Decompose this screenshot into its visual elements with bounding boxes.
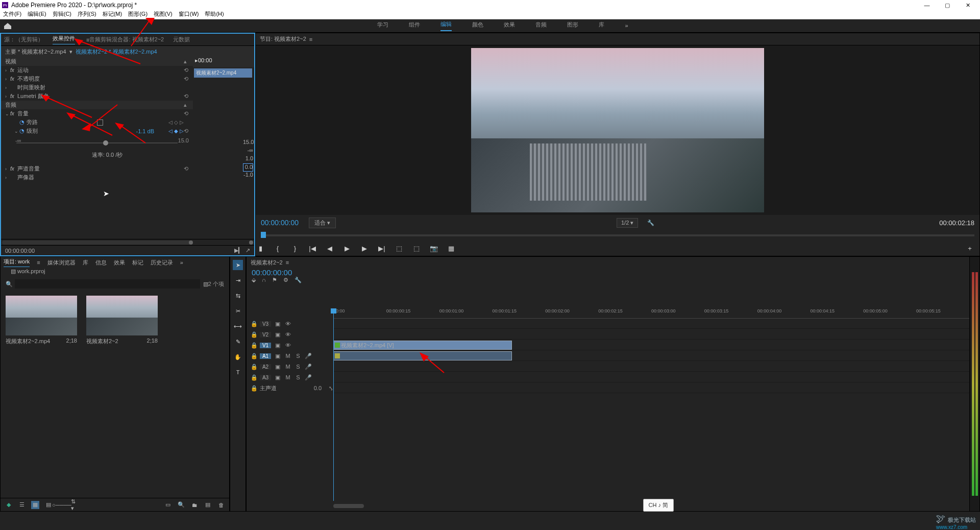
extract-icon[interactable]: ⬚ (412, 244, 421, 253)
linked-selection-icon[interactable]: ∩ (262, 277, 266, 288)
menu-sequence[interactable]: 序列(S) (78, 10, 96, 19)
selection-tool-icon[interactable]: ➤ (233, 260, 243, 270)
track-a3[interactable]: 🔒A3▣MS🎤 (247, 372, 333, 382)
track-v2[interactable]: 🔒V2▣👁 (247, 329, 333, 340)
new-item-icon[interactable]: ▤ (204, 501, 212, 509)
toggle-sync-icon[interactable]: ▣ (274, 353, 281, 359)
video-clip[interactable]: 视频素材2~2.mp4 [V] (333, 341, 512, 350)
level-slider[interactable]: -∞ 15.0 (1, 135, 193, 151)
chevron-down-icon[interactable]: ▾ (69, 49, 72, 55)
ec-volume[interactable]: ⌄fx音量⟲ (1, 109, 193, 118)
solo-icon[interactable]: S (295, 353, 302, 359)
tab-media-browser[interactable]: 媒体浏览器 (47, 259, 76, 267)
panel-menu-icon[interactable]: ≡ (37, 259, 40, 266)
maximize-button[interactable]: ▢ (937, 0, 958, 10)
ws-audio[interactable]: 音频 (535, 21, 547, 31)
zoom-fit-dropdown[interactable]: 适合 ▾ (309, 218, 336, 228)
program-scrub-bar[interactable] (261, 230, 974, 240)
ws-learn[interactable]: 学习 (377, 21, 388, 31)
freeform-view-icon[interactable]: ▤ (44, 501, 53, 509)
track-a2-lane[interactable] (333, 362, 969, 372)
type-tool-icon[interactable]: T (233, 367, 243, 377)
ec-lumetri[interactable]: ›fxLumetri 颜色⟲ (1, 92, 193, 101)
toggle-sync-icon[interactable]: ▣ (274, 364, 281, 370)
mark-in-icon[interactable]: { (273, 244, 282, 253)
track-v3-lane[interactable] (333, 319, 969, 329)
lock-icon[interactable]: 🔒 (251, 353, 257, 359)
ws-lib[interactable]: 库 (599, 21, 604, 31)
project-more-icon[interactable]: » (180, 259, 183, 266)
menu-view[interactable]: 视图(V) (154, 10, 173, 19)
lock-icon[interactable]: 🔒 (251, 374, 257, 381)
voice-icon[interactable]: 🎤 (305, 364, 312, 370)
icon-view-icon[interactable]: ▦ (31, 501, 39, 509)
time-ruler[interactable]: 00:0000:00:00:1500:00:01:0000:00:01:1500… (333, 308, 969, 319)
menu-file[interactable]: 文件(F) (3, 10, 21, 19)
zoom-slider-thumb[interactable]: ○──── (58, 501, 66, 509)
bypass-checkbox[interactable] (97, 119, 103, 126)
ec-bypass[interactable]: ◔旁路◁ ◇ ▷ (1, 118, 193, 127)
lock-icon[interactable]: 🔒 (251, 331, 257, 338)
menu-graphics[interactable]: 图形(G) (128, 10, 148, 19)
project-search-input[interactable] (15, 279, 200, 288)
ec-time-remap[interactable]: ›时间重映射 (1, 83, 193, 92)
track-master-lane[interactable] (333, 383, 969, 393)
step-back-icon[interactable]: ◀ (325, 244, 334, 253)
toggle-output-icon[interactable]: 👁 (284, 331, 291, 338)
track-a2[interactable]: 🔒A2▣MS🎤 (247, 362, 333, 372)
loop-icon[interactable]: ↗ (246, 247, 250, 253)
timeline-timecode[interactable]: 00:00:00:00 (247, 268, 979, 277)
lock-icon[interactable]: 🔒 (251, 385, 257, 392)
menu-mark[interactable]: 标记(M) (103, 10, 122, 19)
lock-icon[interactable]: 🔒 (251, 321, 257, 327)
track-a1[interactable]: 🔒A1▣MS🎤 (247, 351, 333, 361)
ec-panner[interactable]: ›声像器 (1, 173, 193, 182)
new-bin-icon[interactable]: 🖿 (190, 501, 199, 509)
menu-clip[interactable]: 剪辑(C) (53, 10, 71, 19)
tab-source[interactable]: 源：（无剪辑） (4, 36, 43, 43)
ws-edit[interactable]: 编辑 (440, 20, 452, 31)
sort-icon[interactable]: ⇅ ▾ (71, 501, 79, 509)
button-editor-icon[interactable]: + (965, 244, 974, 253)
audio-clip[interactable] (333, 351, 512, 360)
track-a1-lane[interactable] (333, 351, 969, 361)
lock-icon[interactable]: 🔒 (251, 342, 257, 349)
menu-edit[interactable]: 编辑(E) (28, 10, 46, 19)
track-select-tool-icon[interactable]: ⇥ (233, 275, 243, 285)
toggle-output-icon[interactable]: 👁 (284, 342, 291, 348)
list-view-icon[interactable]: ☰ (18, 501, 26, 509)
marker-icon[interactable]: ⚑ (272, 277, 277, 288)
tab-metadata[interactable]: 元数据 (173, 36, 190, 43)
voice-icon[interactable]: 🎤 (305, 353, 312, 359)
level-value[interactable]: -1.1 dB (136, 128, 154, 134)
mark-out-icon[interactable]: } (290, 244, 300, 253)
timeline-tracks-area[interactable]: 00:0000:00:00:1500:00:01:0000:00:01:1500… (333, 288, 979, 511)
mute-icon[interactable]: M (284, 353, 291, 359)
pen-tool-icon[interactable]: ✎ (233, 336, 243, 347)
export-frame-icon[interactable]: 📷 (429, 244, 438, 253)
track-v2-lane[interactable] (333, 329, 969, 340)
filter-bin-icon[interactable]: ▧ (203, 281, 208, 287)
timeline-tab-label[interactable]: 视频素材2~2 (251, 259, 283, 267)
minimize-button[interactable]: — (917, 0, 937, 10)
ec-clip-strip[interactable]: 视频素材2~2.mp4 (194, 68, 252, 78)
collapse-icon[interactable]: ⤣ (329, 385, 333, 392)
project-item[interactable]: ▤ 视频素材2~22;18 (86, 296, 158, 345)
add-marker-icon[interactable]: ▮ (256, 244, 265, 253)
track-a3-lane[interactable] (333, 372, 969, 382)
toggle-sync-icon[interactable]: ▣ (274, 331, 281, 338)
go-to-in-icon[interactable]: |◀ (308, 244, 317, 253)
track-v1[interactable]: 🔒V1▣👁 (247, 340, 333, 350)
play-only-icon[interactable]: ▶▎ (234, 247, 242, 253)
ec-timecode[interactable]: 00:00:00:00 (5, 248, 35, 254)
lock-icon[interactable]: 🔒 (251, 364, 257, 370)
toggle-sync-icon[interactable]: ▣ (274, 342, 281, 349)
toggle-sync-icon[interactable]: ▣ (274, 321, 281, 327)
tab-history[interactable]: 历史记录 (151, 259, 173, 267)
snap-icon[interactable]: ⬙ (252, 277, 256, 288)
mute-icon[interactable]: M (284, 364, 291, 370)
program-timecode[interactable]: 00:00:00:00 (261, 219, 299, 227)
solo-icon[interactable]: S (295, 364, 302, 370)
tab-audio-mixer[interactable]: 音频剪辑混合器: 视频素材2~2 (89, 36, 164, 43)
rw-toggle-icon[interactable]: ◆ (5, 501, 13, 509)
